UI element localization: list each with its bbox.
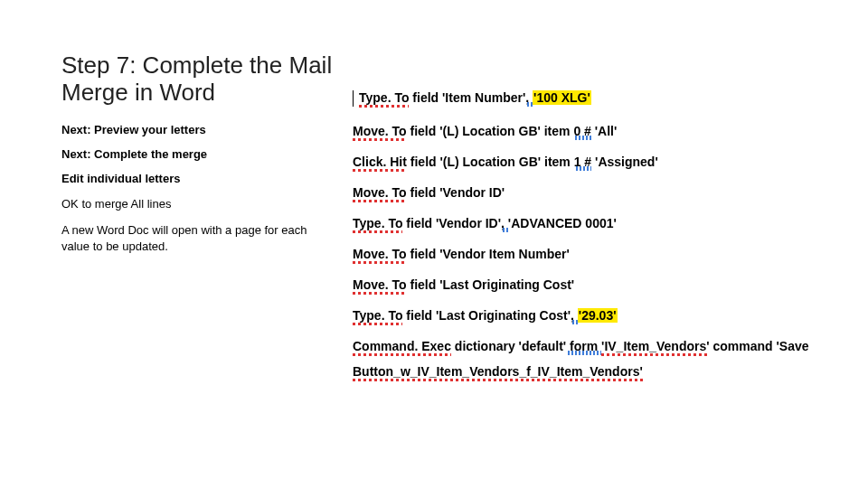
macro-args: field 'Vendor ID' (402, 216, 501, 230)
macro-args: field '(L) Location GB' item (407, 155, 574, 169)
macro-command: Click. Hit (353, 155, 407, 169)
grammar-mark: 1 # (574, 155, 591, 169)
macro-args: field 'Item Number' (409, 90, 525, 105)
macro-command: Move. To (353, 124, 407, 138)
macro-line: Move. To field '(L) Location GB' item 0 … (353, 125, 845, 137)
macro-args: field 'Last Originating Cost' (407, 277, 575, 292)
grammar-mark: , (501, 216, 508, 230)
macro-command: Type. To (359, 90, 409, 105)
macro-line: Click. Hit field '(L) Location GB' item … (353, 155, 845, 168)
macro-command: Type. To (353, 308, 402, 323)
macro-args: field '(L) Location GB' item (407, 124, 574, 138)
grammar-mark: , (525, 90, 533, 105)
macro-line: Move. To field 'Vendor ID' (353, 186, 845, 199)
step-heading: Step 7: Complete the Mail Merge in Word (61, 52, 333, 107)
instruction-line: OK to merge All lines (61, 196, 333, 212)
merge-field-highlight: '29.03' (578, 308, 618, 323)
macro-code-block: Type. To field 'Item Number', '100 XLG'M… (353, 90, 845, 378)
macro-args: 'Assigned' (591, 155, 658, 169)
macro-line-continuation: Button_w_IV_Item_Vendors_f_IV_Item_Vendo… (353, 365, 845, 378)
merge-field-highlight: '100 XLG' (533, 90, 591, 105)
macro-command: Type. To (353, 216, 402, 230)
macro-line: Command. Exec dictionary 'default' form … (353, 340, 845, 352)
text-cursor (353, 90, 354, 107)
macro-line: Move. To field 'Last Originating Cost' (353, 278, 845, 291)
macro-args: field 'Vendor Item Number' (407, 247, 570, 261)
macro-line: Type. To field 'Item Number', '100 XLG' (353, 90, 845, 107)
macro-line: Move. To field 'Vendor Item Number' (353, 248, 845, 260)
spell-mark: 'IV_Item_Vendors' (601, 339, 710, 353)
instruction-line: A new Word Doc will open with a page for… (61, 222, 333, 254)
macro-args: dictionary 'default' (451, 339, 566, 353)
grammar-mark: form (566, 339, 601, 353)
macro-command: Move. To (353, 277, 407, 292)
macro-command: Move. To (353, 247, 407, 261)
instruction-line: Edit individual letters (61, 172, 333, 185)
left-column: Step 7: Complete the Mail Merge in Word … (61, 52, 333, 254)
macro-args: 'All' (591, 124, 617, 138)
macro-command: Command. Exec (353, 339, 451, 353)
macro-args: command 'Save (710, 339, 809, 353)
macro-line: Type. To field 'Last Originating Cost', … (353, 309, 845, 322)
grammar-mark: 0 # (573, 124, 590, 138)
macro-line: Type. To field 'Vendor ID', 'ADVANCED 00… (353, 217, 845, 230)
macro-args: field 'Vendor ID' (407, 185, 505, 200)
instruction-line: Next: Complete the merge (61, 147, 333, 161)
macro-args: field 'Last Originating Cost' (402, 308, 571, 323)
macro-command: Move. To (353, 185, 407, 200)
grammar-mark: , (571, 308, 578, 323)
instruction-line: Next: Preview your letters (61, 123, 333, 136)
macro-args: 'ADVANCED 0001' (508, 216, 617, 230)
